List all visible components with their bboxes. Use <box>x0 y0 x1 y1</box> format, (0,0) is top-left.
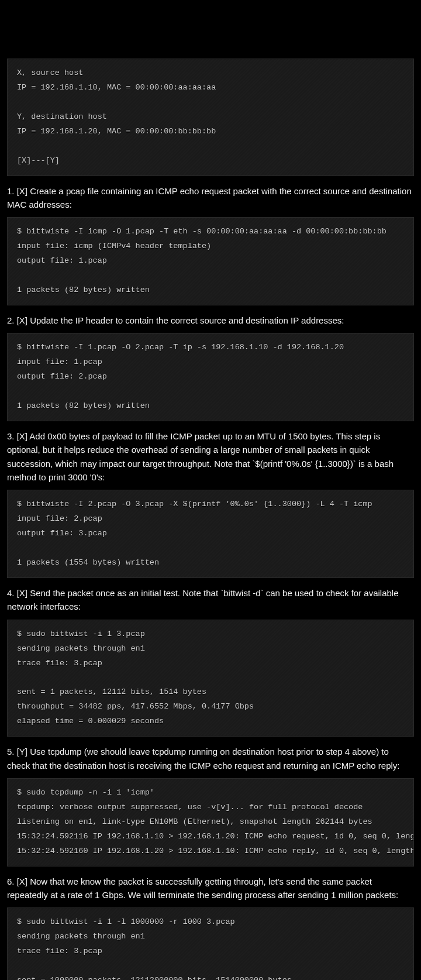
step-3-text: 3. [X] Add 0x00 bytes of payload to fill… <box>7 429 414 484</box>
step-3-code: $ bittwiste -I 2.pcap -O 3.pcap -X $(pri… <box>7 490 414 578</box>
step-5-code: $ sudo tcpdump -n -i 1 'icmp' tcpdump: v… <box>7 778 414 866</box>
step-2-text: 2. [X] Update the IP header to contain t… <box>7 314 414 327</box>
step-6-code: $ sudo bittwist -i 1 -l 1000000 -r 1000 … <box>7 907 414 980</box>
step-5-text: 5. [Y] Use tcpdump (we should leave tcpd… <box>7 745 414 772</box>
step-4-text: 4. [X] Send the packet once as an initia… <box>7 586 414 614</box>
step-1-text: 1. [X] Create a pcap file containing an … <box>7 184 414 212</box>
step-6-text: 6. [X] Now that we know the packet is su… <box>7 875 414 902</box>
step-1-code: $ bittwiste -I icmp -O 1.pcap -T eth -s … <box>7 217 414 305</box>
step-2-code: $ bittwiste -I 1.pcap -O 2.pcap -T ip -s… <box>7 333 414 421</box>
step-4-code: $ sudo bittwist -i 1 3.pcap sending pack… <box>7 620 414 737</box>
intro-code-block: X, source host IP = 192.168.1.10, MAC = … <box>7 59 414 176</box>
